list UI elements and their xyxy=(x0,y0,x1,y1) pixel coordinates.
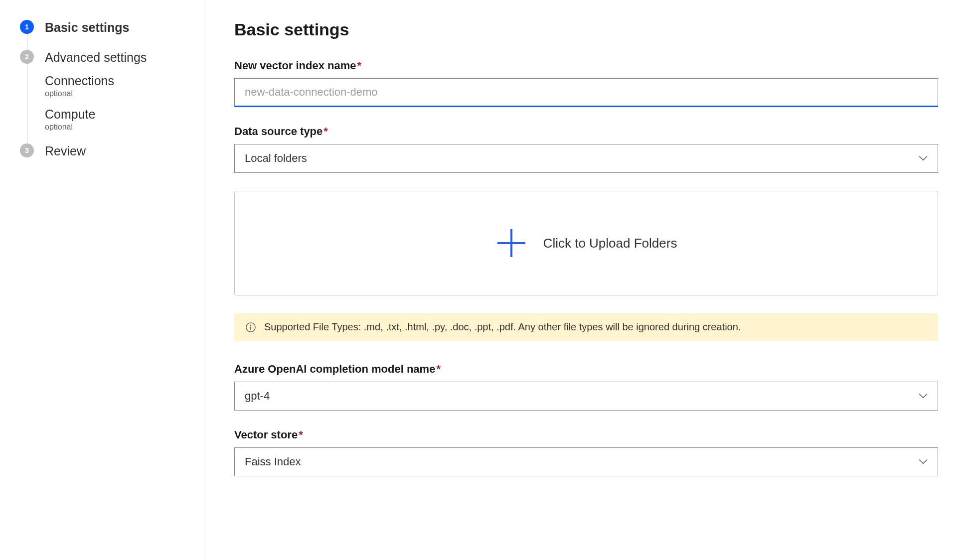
supported-file-types-info: Supported File Types: .md, .txt, .html, … xyxy=(234,313,938,341)
step-connector xyxy=(27,34,27,50)
substep-label: Compute xyxy=(45,107,147,122)
substep-tag: optional xyxy=(45,123,147,132)
svg-rect-4 xyxy=(250,326,251,329)
required-indicator: * xyxy=(323,125,328,138)
vector-store-select[interactable]: Faiss Index xyxy=(234,447,938,476)
index-name-input[interactable] xyxy=(234,78,938,107)
required-indicator: * xyxy=(299,428,303,441)
substep-label: Connections xyxy=(45,74,147,88)
upload-folders-zone[interactable]: Click to Upload Folders xyxy=(234,191,938,295)
select-value: gpt-4 xyxy=(245,390,270,403)
info-icon xyxy=(245,322,256,333)
select-value: Faiss Index xyxy=(245,455,301,468)
wizard-sidebar: 1 Basic settings 2 Advanced settings Con… xyxy=(0,0,204,560)
required-indicator: * xyxy=(357,59,362,72)
info-text: Supported File Types: .md, .txt, .html, … xyxy=(264,321,741,333)
field-index-name: New vector index name* xyxy=(234,59,938,107)
step-label: Advanced settings xyxy=(45,50,147,65)
upload-text: Click to Upload Folders xyxy=(543,236,677,251)
field-label: Data source type* xyxy=(234,125,938,138)
plus-icon xyxy=(495,227,527,259)
chevron-down-icon xyxy=(919,457,928,466)
select-value: Local folders xyxy=(245,152,307,165)
step-label: Basic settings xyxy=(45,20,130,35)
field-label: Azure OpenAI completion model name* xyxy=(234,363,938,376)
chevron-down-icon xyxy=(919,154,928,163)
step-number-2: 2 xyxy=(20,50,34,64)
step-number-1: 1 xyxy=(20,20,34,34)
field-label: New vector index name* xyxy=(234,59,938,72)
page-title: Basic settings xyxy=(234,20,938,39)
field-data-source-type: Data source type* Local folders xyxy=(234,125,938,173)
step-number-3: 3 xyxy=(20,143,34,157)
svg-point-3 xyxy=(250,324,251,325)
step-label: Review xyxy=(45,143,86,158)
substep-compute[interactable]: Compute optional xyxy=(45,107,147,132)
step-review[interactable]: 3 Review xyxy=(20,143,189,173)
step-connector xyxy=(27,64,27,143)
step-advanced-settings[interactable]: 2 Advanced settings Connections optional… xyxy=(20,50,189,143)
substep-connections[interactable]: Connections optional xyxy=(45,74,147,98)
data-source-type-select[interactable]: Local folders xyxy=(234,144,938,173)
step-basic-settings[interactable]: 1 Basic settings xyxy=(20,20,189,50)
field-completion-model: Azure OpenAI completion model name* gpt-… xyxy=(234,363,938,411)
main-panel: Basic settings New vector index name* Da… xyxy=(204,0,968,560)
substep-tag: optional xyxy=(45,89,147,98)
required-indicator: * xyxy=(436,363,441,375)
field-vector-store: Vector store* Faiss Index xyxy=(234,428,938,476)
field-label: Vector store* xyxy=(234,428,938,441)
chevron-down-icon xyxy=(919,392,928,401)
completion-model-select[interactable]: gpt-4 xyxy=(234,382,938,411)
